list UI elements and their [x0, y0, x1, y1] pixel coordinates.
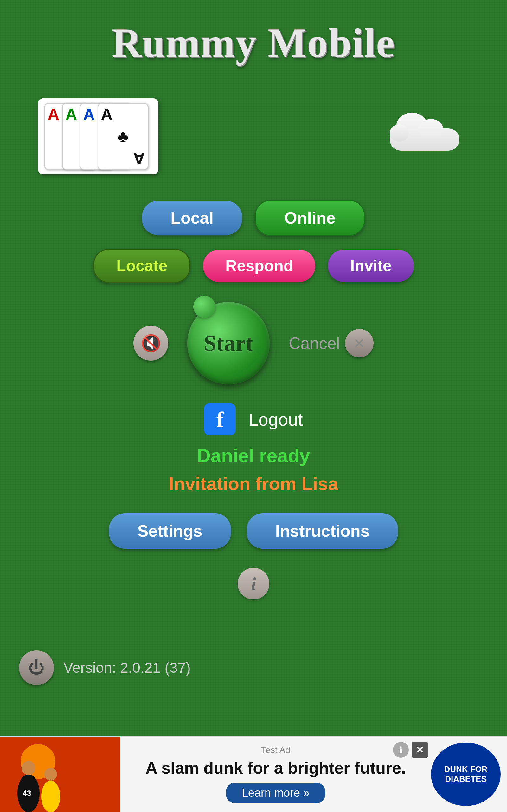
status-area: Daniel ready Invitation from Lisa: [169, 445, 338, 494]
cancel-x-icon: ✕: [353, 335, 365, 351]
ad-main-text: A slam dunk for a brighter future.: [146, 758, 406, 777]
ad-logo: DUNK FOR DIABETES: [431, 743, 501, 806]
invitation-text: Invitation from Lisa: [169, 473, 338, 494]
ad-content: Test Ad A slam dunk for a brighter futur…: [120, 739, 431, 810]
action-buttons-area: Settings Instructions: [109, 513, 398, 549]
invite-button[interactable]: Invite: [328, 250, 414, 282]
facebook-icon: f: [204, 403, 236, 435]
svg-point-3: [21, 761, 36, 775]
cancel-label: Cancel: [289, 334, 340, 353]
ad-learn-more-button[interactable]: Learn more »: [226, 782, 326, 803]
cancel-button[interactable]: ✕: [345, 329, 374, 357]
ad-image-svg: 43: [0, 736, 120, 812]
info-icon: i: [251, 573, 256, 595]
ad-close-button[interactable]: ✕: [412, 742, 428, 758]
svg-point-4: [41, 780, 60, 812]
svg-point-5: [44, 768, 57, 780]
ad-test-label: Test Ad: [261, 745, 290, 755]
app-title: Rummy Mobile: [112, 19, 395, 67]
mode-buttons-area: Local Online Locate Respond Invite: [93, 200, 414, 283]
ad-info-button[interactable]: ℹ: [393, 742, 409, 758]
daniel-ready-status: Daniel ready: [197, 445, 310, 467]
svg-text:43: 43: [23, 789, 32, 798]
power-area: ⏻ Version: 2.0.21 (37): [19, 650, 190, 685]
mute-button[interactable]: 🔇: [133, 326, 168, 361]
logout-button[interactable]: Logout: [248, 409, 302, 430]
card-4: A ♣ A: [98, 103, 148, 170]
svg-rect-0: [0, 736, 120, 812]
power-icon: ⏻: [28, 658, 45, 677]
top-mode-row: Local Online: [142, 200, 365, 236]
settings-button[interactable]: Settings: [109, 513, 231, 549]
locate-button[interactable]: Locate: [93, 249, 190, 283]
power-button[interactable]: ⏻: [19, 650, 54, 685]
cards-area: A ♥ A A ♦ A A ♠ A A ♣ A: [0, 98, 507, 174]
instructions-button[interactable]: Instructions: [247, 513, 398, 549]
cloud-decoration: [380, 116, 469, 157]
cards-image: A ♥ A A ♦ A A ♠ A A ♣ A: [38, 98, 158, 174]
start-area: 🔇 Start Cancel ✕: [127, 302, 380, 385]
respond-button[interactable]: Respond: [203, 250, 315, 282]
version-label: Version: 2.0.21 (37): [63, 659, 190, 676]
ad-banner: 43 Test Ad A slam dunk for a brighter fu…: [0, 736, 507, 812]
green-dot-decoration: [193, 296, 216, 318]
local-button[interactable]: Local: [142, 201, 242, 235]
ad-logo-text: DUNK FOR DIABETES: [444, 764, 487, 784]
ad-image: 43: [0, 736, 120, 812]
social-area: f Logout: [204, 403, 302, 435]
online-button[interactable]: Online: [255, 200, 365, 236]
mute-icon: 🔇: [141, 334, 161, 353]
info-button[interactable]: i: [238, 568, 269, 600]
cancel-area: Cancel ✕: [289, 329, 374, 357]
bottom-mode-row: Locate Respond Invite: [93, 249, 414, 283]
